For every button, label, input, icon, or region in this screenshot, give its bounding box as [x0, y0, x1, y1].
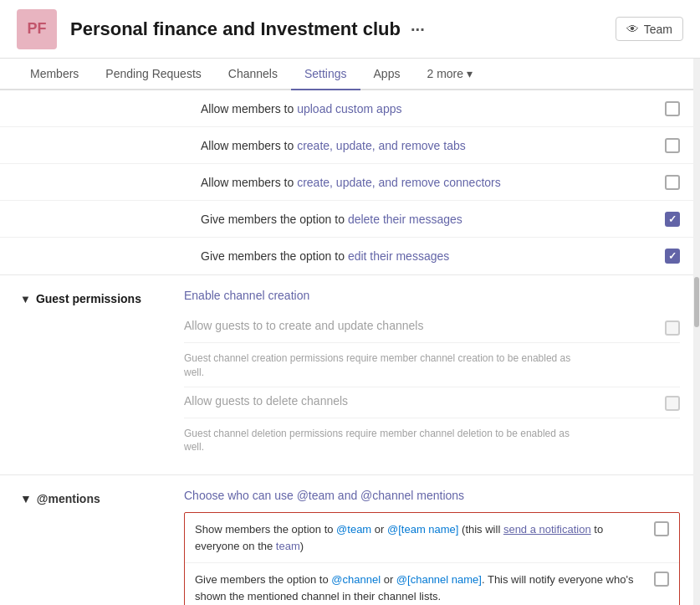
tab-apps[interactable]: Apps [360, 59, 414, 90]
header-dots[interactable]: ··· [411, 20, 425, 38]
collapse-arrow-guest[interactable]: ▼ [20, 293, 31, 305]
mention-box-row-text-team: Show members the option to @team or @[te… [195, 521, 654, 554]
mentions-title: @mentions [37, 492, 100, 505]
checkbox-channel-mentions[interactable] [654, 572, 669, 587]
settings-content: Allow members to upload custom apps Allo… [0, 90, 700, 605]
guest-row-delete-channels: Allow guests to delete channels [184, 387, 680, 418]
setting-label-upload-custom-apps: Allow members to upload custom apps [201, 102, 665, 115]
setting-row-create-update-remove-tabs: Allow members to create, update, and rem… [0, 127, 700, 164]
guest-permissions-right: Enable channel creation Allow guests to … [184, 275, 700, 474]
chevron-down-icon: ▾ [467, 67, 473, 80]
guest-row-create-update-channels: Allow guests to to create and update cha… [184, 312, 680, 343]
guest-permissions-section: ▼ Guest permissions Enable channel creat… [0, 275, 700, 475]
mention-box-row-team: Show members the option to @team or @[te… [185, 513, 679, 563]
team-badge-label: Team [644, 23, 672, 36]
guest-row-note-create-update: Guest channel creation permissions requi… [184, 343, 680, 387]
collapse-arrow-mentions[interactable]: ▼ [20, 492, 32, 505]
guest-row-text-delete: Allow guests to delete channels [184, 394, 665, 408]
guest-row-text-create-update: Allow guests to to create and update cha… [184, 319, 665, 332]
mentions-right: Choose who can use @team and @channel me… [184, 475, 700, 605]
guest-row-note-text-delete: Guest channel deletion permissions requi… [184, 425, 680, 455]
mentions-section: ▼ @mentions Choose who can use @team and… [0, 475, 700, 605]
tab-settings[interactable]: Settings [291, 59, 360, 90]
setting-label-create-update-remove-tabs: Allow members to create, update, and rem… [201, 139, 665, 152]
scrollbar-track [693, 59, 700, 605]
mention-box-row-channel: Give members the option to @channel or @… [185, 563, 679, 605]
checkbox-delete-messages[interactable] [665, 212, 680, 227]
team-title: Personal finance and Investment club ··· [70, 18, 616, 40]
member-permissions-section: Allow members to upload custom apps Allo… [0, 90, 700, 275]
checkbox-upload-custom-apps[interactable] [665, 101, 680, 116]
setting-row-edit-messages: Give members the option to edit their me… [0, 238, 700, 274]
guest-permissions-title: Guest permissions [36, 292, 141, 305]
mention-box: Show members the option to @team or @[te… [184, 512, 680, 605]
setting-label-edit-messages: Give members the option to edit their me… [201, 249, 665, 263]
team-avatar: PF [17, 9, 57, 49]
checkbox-create-update-remove-connectors[interactable] [665, 175, 680, 190]
guest-row-note-text-create-update: Guest channel creation permissions requi… [184, 350, 680, 380]
enable-channel-creation-link[interactable]: Enable channel creation [184, 289, 680, 302]
tab-channels[interactable]: Channels [215, 59, 291, 90]
mention-box-row-text-channel: Give members the option to @channel or @… [195, 572, 654, 604]
nav-tabs: Members Pending Requests Channels Settin… [0, 59, 700, 90]
checkbox-create-update-remove-tabs[interactable] [665, 138, 680, 153]
eye-icon: 👁 [626, 22, 639, 36]
tab-pending-requests[interactable]: Pending Requests [92, 59, 214, 90]
mentions-left: ▼ @mentions [0, 475, 184, 605]
setting-row-delete-messages: Give members the option to delete their … [0, 201, 700, 238]
setting-label-create-update-remove-connectors: Allow members to create, update, and rem… [201, 176, 665, 189]
page-header: PF Personal finance and Investment club … [0, 0, 700, 59]
mentions-subtitle[interactable]: Choose who can use @team and @channel me… [184, 489, 680, 502]
setting-row-create-update-remove-connectors: Allow members to create, update, and rem… [0, 164, 700, 201]
checkbox-guests-create-update-channels[interactable] [665, 320, 680, 336]
team-badge-button[interactable]: 👁 Team [616, 17, 683, 41]
setting-row-upload-custom-apps: Allow members to upload custom apps [0, 90, 700, 127]
checkbox-team-mentions[interactable] [654, 521, 669, 536]
checkbox-edit-messages[interactable] [665, 249, 680, 264]
guest-row-note-delete: Guest channel deletion permissions requi… [184, 418, 680, 462]
checkbox-guests-delete-channels[interactable] [665, 396, 680, 411]
guest-permissions-left: ▼ Guest permissions [0, 275, 184, 474]
scrollbar-thumb[interactable] [694, 277, 699, 327]
setting-label-delete-messages: Give members the option to delete their … [201, 213, 665, 226]
tab-more[interactable]: 2 more ▾ [413, 59, 486, 90]
tab-members[interactable]: Members [17, 59, 92, 90]
